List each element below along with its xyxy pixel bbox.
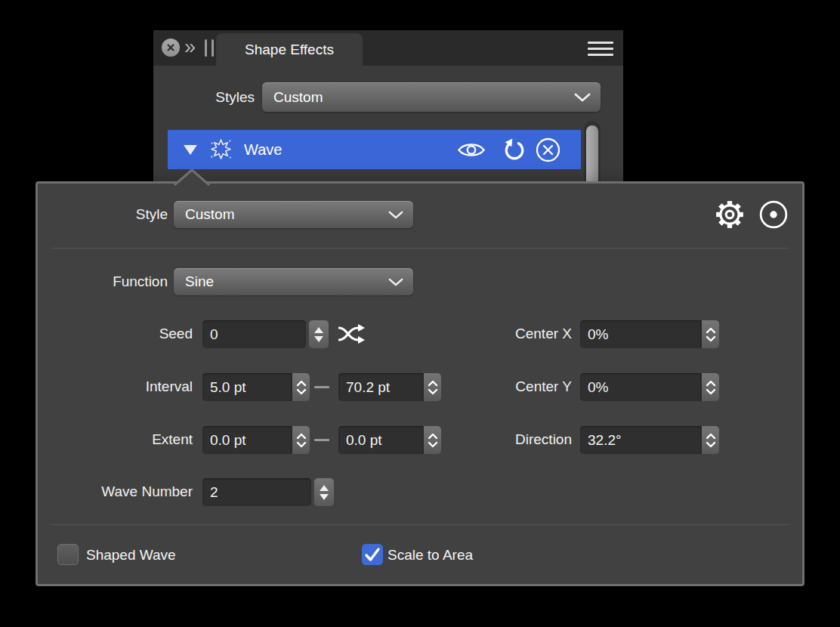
chevron-down-icon	[388, 278, 403, 286]
effect-name: Wave	[244, 130, 282, 169]
effect-row-wave[interactable]: Wave	[168, 130, 581, 169]
center-x-field[interactable]: 0%	[580, 320, 701, 348]
interval-label: Interval	[38, 378, 193, 395]
stepper-chevrons-icon	[295, 431, 307, 449]
direction-stepper[interactable]	[701, 426, 719, 454]
seed-stepper[interactable]	[309, 320, 329, 348]
seed-field[interactable]: 0	[202, 320, 306, 348]
stepper-down-icon	[314, 336, 323, 342]
center-y-label: Center Y	[378, 378, 572, 395]
direction-label: Direction	[378, 431, 572, 448]
extent-label: Extent	[38, 431, 193, 448]
direction-group: 32.2°	[580, 426, 719, 454]
styles-dropdown[interactable]: Custom	[262, 82, 601, 112]
center-x-stepper[interactable]	[701, 320, 719, 348]
stepper-chevrons-icon	[295, 378, 307, 397]
styles-label: Styles	[176, 89, 255, 106]
effect-reset-button[interactable]	[502, 138, 527, 161]
wave-number-stepper[interactable]	[314, 478, 334, 506]
target-point-button[interactable]	[758, 199, 789, 230]
stepper-up-icon	[314, 327, 323, 333]
tab-shape-effects[interactable]: Shape Effects	[216, 33, 363, 66]
extent-from-stepper[interactable]	[292, 426, 310, 454]
interval-from-field[interactable]: 5.0 pt	[202, 373, 292, 401]
function-dropdown-value: Sine	[185, 273, 214, 290]
stepper-up-icon	[320, 485, 329, 491]
effect-star-icon	[210, 138, 232, 160]
range-dash	[314, 439, 329, 441]
scale-to-area-label: Scale to Area	[388, 544, 473, 566]
center-y-field[interactable]: 0%	[580, 373, 701, 401]
panel-drag-handle[interactable]	[212, 39, 214, 57]
shaped-wave-label: Shaped Wave	[86, 544, 176, 566]
direction-field[interactable]: 32.2°	[580, 426, 701, 454]
style-dropdown-value: Custom	[185, 206, 234, 223]
style-label: Style	[38, 206, 168, 223]
center-y-group: 0%	[580, 373, 719, 401]
randomize-seed-button[interactable]	[338, 323, 368, 345]
collapse-chevron-icon[interactable]: »	[184, 34, 196, 60]
circle-dot-icon	[758, 199, 789, 230]
gear-icon	[715, 199, 745, 230]
shaped-wave-checkbox[interactable]	[57, 544, 79, 565]
interval-from-stepper[interactable]	[292, 373, 310, 401]
tab-label: Shape Effects	[245, 42, 334, 58]
extent-from-field[interactable]: 0.0 pt	[202, 426, 292, 454]
circle-x-icon	[536, 137, 561, 162]
hamburger-icon	[588, 42, 613, 44]
function-label: Function	[38, 273, 168, 290]
style-dropdown[interactable]: Custom	[174, 201, 413, 228]
reset-undo-icon	[503, 138, 526, 161]
divider	[51, 248, 789, 249]
wave-number-label: Wave Number	[38, 483, 193, 500]
close-icon	[166, 43, 175, 52]
panel-menu-button[interactable]	[588, 42, 613, 57]
interval-from-group: 5.0 pt	[202, 373, 310, 401]
wave-number-field[interactable]: 2	[202, 478, 311, 506]
hamburger-icon	[588, 48, 613, 50]
divider	[51, 524, 789, 525]
stepper-down-icon	[320, 494, 329, 500]
center-x-label: Center X	[378, 326, 572, 342]
extent-from-group: 0.0 pt	[202, 426, 310, 454]
stepper-chevrons-icon	[705, 326, 717, 344]
wave-effect-popover: Style Custom Function Sine	[36, 181, 804, 586]
effect-visibility-button[interactable]	[456, 140, 486, 159]
stepper-chevrons-icon	[705, 378, 717, 397]
stepper-chevrons-icon	[705, 431, 717, 449]
eye-icon	[457, 141, 486, 159]
chevron-down-icon	[574, 93, 591, 102]
center-x-group: 0%	[580, 320, 719, 348]
function-dropdown[interactable]: Sine	[174, 268, 413, 295]
checkmark-icon	[364, 547, 381, 562]
panel-close-button[interactable]	[162, 39, 180, 57]
effect-delete-button[interactable]	[536, 137, 561, 162]
styles-dropdown-value: Custom	[273, 89, 323, 106]
panel-header: » Shape Effects	[153, 30, 623, 66]
seed-label: Seed	[38, 326, 193, 342]
popover-arrow	[174, 168, 210, 186]
scale-to-area-checkbox[interactable]	[362, 544, 383, 565]
settings-button[interactable]	[714, 199, 746, 230]
range-dash	[314, 386, 329, 388]
panel-drag-handle[interactable]	[205, 39, 207, 57]
center-y-stepper[interactable]	[701, 373, 719, 401]
shuffle-icon	[338, 323, 367, 345]
chevron-down-icon	[388, 211, 403, 219]
hamburger-icon	[588, 54, 613, 56]
disclosure-triangle-icon[interactable]	[184, 145, 197, 155]
